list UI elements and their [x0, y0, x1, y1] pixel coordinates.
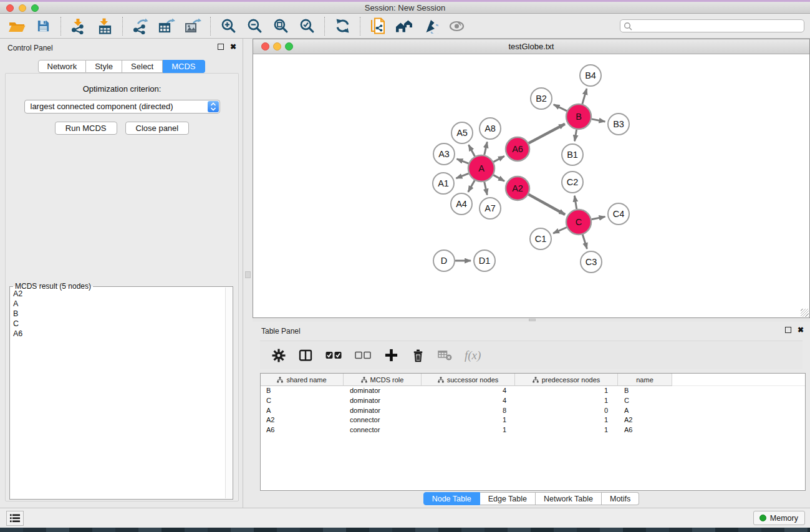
- graph-edge-C-C4[interactable]: [592, 216, 605, 219]
- table-cell[interactable]: 0: [515, 406, 618, 416]
- close-window-icon[interactable]: [6, 4, 14, 12]
- tab-motifs[interactable]: Motifs: [602, 492, 639, 505]
- table-cell[interactable]: 1: [422, 425, 515, 435]
- graph-edge-A-A3[interactable]: [457, 159, 469, 163]
- graph-edge-A2-C[interactable]: [529, 195, 566, 215]
- tab-network[interactable]: Network: [37, 60, 86, 73]
- column-header-shared-name[interactable]: shared name: [261, 374, 344, 386]
- zoom-network-icon[interactable]: [285, 42, 293, 51]
- export-table-icon[interactable]: [157, 17, 176, 36]
- network-canvas[interactable]: AA1A2A3A4A5A6A7A8BB1B2B3B4CC1C2C3C4DD1: [253, 54, 809, 317]
- close-panel-button[interactable]: Close panel: [125, 122, 190, 135]
- graph-edge-A6-B[interactable]: [529, 124, 565, 143]
- table-row[interactable]: Cdominator41C: [261, 396, 805, 406]
- table-cell[interactable]: A2: [618, 415, 672, 425]
- tab-style[interactable]: Style: [86, 60, 122, 73]
- memory-button[interactable]: Memory: [753, 511, 805, 525]
- table-row[interactable]: Adominator80A: [261, 406, 805, 416]
- splitter-handle[interactable]: [245, 271, 251, 278]
- mcds-result-item[interactable]: B: [13, 309, 224, 319]
- clone-network-icon[interactable]: [369, 17, 387, 36]
- table-cell[interactable]: 8: [422, 406, 515, 416]
- table-cell[interactable]: C: [618, 396, 672, 406]
- zoom-window-icon[interactable]: [31, 4, 39, 12]
- minimize-window-icon[interactable]: [19, 4, 26, 12]
- graph-edge-A-A1[interactable]: [456, 173, 468, 178]
- show-hide-icon[interactable]: [447, 17, 466, 36]
- table-cell[interactable]: connector: [344, 415, 422, 425]
- search-input[interactable]: [632, 22, 801, 31]
- graph-edge-A-A4[interactable]: [468, 180, 475, 192]
- table-cell[interactable]: B: [261, 386, 344, 396]
- export-image-icon[interactable]: [183, 17, 202, 36]
- graph-edge-C-C3[interactable]: [582, 235, 587, 249]
- add-icon[interactable]: [382, 347, 400, 364]
- table-cell[interactable]: A: [261, 406, 344, 416]
- run-mcds-button[interactable]: Run MCDS: [55, 122, 117, 135]
- float-panel-icon[interactable]: [218, 44, 224, 50]
- splitter-handle[interactable]: [529, 319, 536, 321]
- table-cell[interactable]: 1: [515, 415, 618, 425]
- table-row[interactable]: A6connector11A6: [261, 425, 805, 435]
- tab-mcds[interactable]: MCDS: [163, 60, 205, 73]
- split-column-icon[interactable]: [297, 347, 314, 364]
- gear-icon[interactable]: [270, 347, 287, 364]
- home-icon[interactable]: [395, 17, 413, 36]
- table-cell[interactable]: 1: [515, 386, 618, 396]
- tab-node-table[interactable]: Node Table: [423, 492, 480, 505]
- column-header-predecessor-nodes[interactable]: predecessor nodes: [515, 374, 618, 386]
- zoom-out-icon[interactable]: [245, 17, 264, 36]
- delete-table-icon[interactable]: [436, 347, 453, 364]
- mcds-result-item[interactable]: C: [13, 319, 224, 329]
- function-builder-icon[interactable]: f(x): [463, 347, 488, 364]
- table-cell[interactable]: A6: [618, 425, 672, 435]
- mcds-result-item[interactable]: A: [13, 299, 224, 309]
- table-row[interactable]: Bdominator41B: [261, 386, 805, 396]
- export-network-icon[interactable]: [131, 17, 150, 36]
- graph-edge-C-C1[interactable]: [553, 227, 567, 233]
- graph-edge-A-A6[interactable]: [493, 156, 504, 162]
- table-cell[interactable]: dominator: [344, 406, 422, 416]
- graph-edge-A-A5[interactable]: [469, 145, 475, 156]
- tab-edge-table[interactable]: Edge Table: [480, 492, 536, 505]
- graph-edge-B-B2[interactable]: [554, 105, 567, 111]
- table-row[interactable]: A2connector11A2: [261, 415, 805, 425]
- table-cell[interactable]: B: [618, 386, 672, 396]
- save-session-icon[interactable]: [34, 17, 52, 36]
- graph-edge-C-C2[interactable]: [574, 196, 576, 210]
- close-panel-icon[interactable]: ✖: [798, 327, 804, 333]
- zoom-selected-icon[interactable]: [297, 17, 316, 36]
- graph-edge-A-A2[interactable]: [493, 175, 504, 181]
- refresh-icon[interactable]: [333, 17, 352, 36]
- column-header-successor-nodes[interactable]: successor nodes: [422, 374, 515, 386]
- table-cell[interactable]: 1: [515, 425, 618, 435]
- graph-edge-B-B1[interactable]: [575, 130, 577, 142]
- main-titlebar[interactable]: Session: New Session: [0, 2, 810, 14]
- import-table-icon[interactable]: [95, 17, 114, 36]
- table-cell[interactable]: 1: [422, 415, 515, 425]
- graph-edge-B-B3[interactable]: [592, 119, 605, 122]
- table-cell[interactable]: A6: [261, 425, 344, 435]
- graph-edge-A-A8[interactable]: [485, 142, 488, 155]
- graph-edge-B-B4[interactable]: [582, 89, 587, 104]
- table-cell[interactable]: dominator: [344, 396, 422, 406]
- delete-icon[interactable]: [409, 347, 427, 364]
- tab-select[interactable]: Select: [122, 60, 163, 73]
- open-session-icon[interactable]: [7, 17, 26, 36]
- tab-network-table[interactable]: Network Table: [536, 492, 602, 505]
- mcds-result-item[interactable]: A6: [13, 329, 224, 339]
- minimize-network-icon[interactable]: [273, 42, 281, 51]
- table-cell[interactable]: 4: [422, 386, 515, 396]
- criterion-dropdown[interactable]: largest connected component (directed): [24, 100, 220, 114]
- column-header-MCDS-role[interactable]: MCDS role: [344, 374, 422, 386]
- table-cell[interactable]: A: [618, 406, 672, 416]
- float-panel-icon[interactable]: [785, 327, 791, 333]
- column-header-name[interactable]: name: [618, 374, 672, 386]
- zoom-in-icon[interactable]: [219, 17, 238, 36]
- graph-edge-A-A7[interactable]: [485, 181, 488, 195]
- mcds-result-item[interactable]: A2: [13, 289, 224, 299]
- table-cell[interactable]: 1: [515, 396, 618, 406]
- result-scrollbar[interactable]: [225, 288, 232, 498]
- close-panel-icon[interactable]: ✖: [230, 44, 236, 50]
- search-field[interactable]: [620, 19, 804, 32]
